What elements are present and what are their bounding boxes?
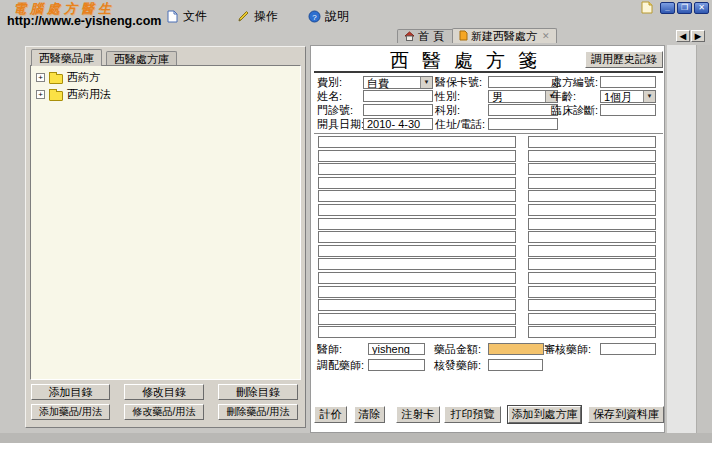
tree-item-label: 西葯用法: [67, 87, 111, 102]
tree-item-western-usage[interactable]: + 西葯用法: [31, 86, 300, 103]
rx-usage-input[interactable]: [528, 136, 656, 148]
review-pharmacist-input[interactable]: [600, 343, 656, 355]
rx-usage-input[interactable]: [528, 190, 656, 202]
rx-usage-input[interactable]: [528, 286, 656, 298]
chevron-down-icon[interactable]: ▼: [643, 91, 655, 102]
add-to-rx-library-button[interactable]: 添加到處方庫: [508, 406, 581, 423]
clinic-number-input[interactable]: [363, 104, 433, 116]
right-scroll-strip[interactable]: [696, 45, 712, 433]
rx-drug-input[interactable]: [318, 326, 516, 338]
rx-drug-input[interactable]: [318, 136, 516, 148]
tab-home[interactable]: 首頁: [397, 29, 455, 43]
age-select[interactable]: 1個月 ▼: [600, 90, 656, 103]
rx-drug-input[interactable]: [318, 299, 516, 311]
rx-usage-input[interactable]: [528, 231, 656, 243]
tab-close-icon[interactable]: ✕: [542, 31, 550, 41]
dispense-pharmacist-input[interactable]: [368, 359, 425, 371]
rx-detail-row: [311, 190, 666, 204]
menu-help-label: 說明: [325, 8, 349, 25]
rx-usage-input[interactable]: [528, 326, 656, 338]
chevron-down-icon[interactable]: ▼: [420, 77, 432, 88]
restore-button[interactable]: ❐: [677, 2, 692, 14]
rx-drug-input[interactable]: [318, 204, 516, 216]
minimize-button[interactable]: _: [660, 2, 675, 14]
rx-drug-input[interactable]: [318, 272, 516, 284]
right-gutter: [667, 45, 696, 433]
insurance-card-input[interactable]: [488, 76, 558, 88]
department-input[interactable]: [488, 104, 558, 116]
close-button[interactable]: ✕: [694, 2, 709, 14]
edit-category-button[interactable]: 修改目錄: [124, 384, 204, 400]
diagnosis-input[interactable]: [600, 104, 656, 116]
issue-pharmacist-input[interactable]: [488, 359, 543, 371]
delete-drug-usage-button[interactable]: 刪除藥品/用法: [218, 404, 298, 420]
gender-select[interactable]: 男 ▼: [488, 90, 558, 103]
tab-scroll-right-button[interactable]: ►: [691, 30, 705, 42]
address-phone-input[interactable]: [488, 118, 558, 130]
rx-usage-input[interactable]: [528, 299, 656, 311]
rx-detail-rows: [311, 136, 666, 340]
document-icon: [166, 10, 179, 23]
window-controls: _ ❐ ✕: [660, 2, 709, 14]
rx-detail-row: [311, 177, 666, 191]
rx-usage-input[interactable]: [528, 204, 656, 216]
add-category-button[interactable]: 添加目錄: [31, 384, 110, 400]
edit-drug-usage-button[interactable]: 修改藥品/用法: [124, 404, 204, 420]
fee-type-value: 自費: [367, 77, 389, 89]
fee-type-label: 費別:: [317, 76, 342, 89]
rx-usage-input[interactable]: [528, 245, 656, 257]
name-input[interactable]: [363, 90, 433, 102]
drug-amount-label: 藥品金額:: [434, 343, 481, 356]
drug-amount-input[interactable]: [488, 343, 544, 355]
tab-scroll-left-button[interactable]: ◄: [676, 30, 690, 42]
address-phone-label: 住址/電話:: [435, 118, 485, 131]
rx-usage-input[interactable]: [528, 258, 656, 270]
load-history-button[interactable]: 調用歷史記錄: [585, 51, 663, 68]
rx-usage-input[interactable]: [528, 163, 656, 175]
rx-drug-input[interactable]: [318, 286, 516, 298]
rx-usage-input[interactable]: [528, 218, 656, 230]
tree-item-label: 西葯方: [67, 70, 100, 85]
sidebar-tab-rx-library[interactable]: 西醫處方庫: [106, 51, 177, 66]
rx-drug-input[interactable]: [318, 313, 516, 325]
rx-drug-input[interactable]: [318, 218, 516, 230]
rx-usage-input[interactable]: [528, 272, 656, 284]
rx-number-label: 處方編號:: [551, 76, 598, 89]
rx-number-input[interactable]: [600, 76, 656, 88]
injection-card-button[interactable]: 注射卡: [396, 406, 440, 423]
issue-date-input[interactable]: [363, 118, 433, 130]
rx-usage-input[interactable]: [528, 150, 656, 162]
menu-file[interactable]: 文件: [166, 8, 207, 25]
expand-plus-icon[interactable]: +: [36, 73, 45, 82]
clear-button[interactable]: 清除: [354, 406, 385, 423]
rx-drug-input[interactable]: [318, 231, 516, 243]
delete-category-button[interactable]: 刪除目錄: [218, 384, 298, 400]
price-button[interactable]: 計价: [314, 406, 347, 423]
expand-plus-icon[interactable]: +: [36, 90, 45, 99]
rx-drug-input[interactable]: [318, 177, 516, 189]
tab-new-rx[interactable]: 新建西醫處方 ✕: [452, 28, 557, 43]
rx-usage-input[interactable]: [528, 177, 656, 189]
rx-drug-input[interactable]: [318, 245, 516, 257]
rx-drug-input[interactable]: [318, 163, 516, 175]
menu-file-label: 文件: [183, 8, 207, 25]
rx-drug-input[interactable]: [318, 150, 516, 162]
add-drug-usage-button[interactable]: 添加藥品/用法: [31, 404, 110, 420]
rx-drug-input[interactable]: [318, 190, 516, 202]
menu-help[interactable]: ? 說明: [308, 8, 349, 25]
sidebar-tab-drug-library[interactable]: 西醫藥品庫: [31, 49, 102, 66]
gender-label: 性別:: [435, 90, 460, 103]
rx-usage-input[interactable]: [528, 313, 656, 325]
print-preview-button[interactable]: 打印預覽: [444, 406, 501, 423]
rx-detail-row: [311, 218, 666, 232]
clinic-number-label: 門診號:: [317, 104, 353, 117]
save-to-database-button[interactable]: 保存到資料庫: [588, 406, 664, 423]
fee-type-select[interactable]: 自費 ▼: [363, 76, 433, 89]
tab-home-label: 首頁: [418, 29, 448, 44]
menu-operate[interactable]: 操作: [237, 8, 278, 25]
tree-item-western-formula[interactable]: + 西葯方: [31, 69, 300, 86]
doctor-input[interactable]: [368, 343, 425, 355]
tab-new-rx-label: 新建西醫處方: [471, 29, 537, 44]
folder-icon: [49, 74, 63, 84]
rx-drug-input[interactable]: [318, 258, 516, 270]
